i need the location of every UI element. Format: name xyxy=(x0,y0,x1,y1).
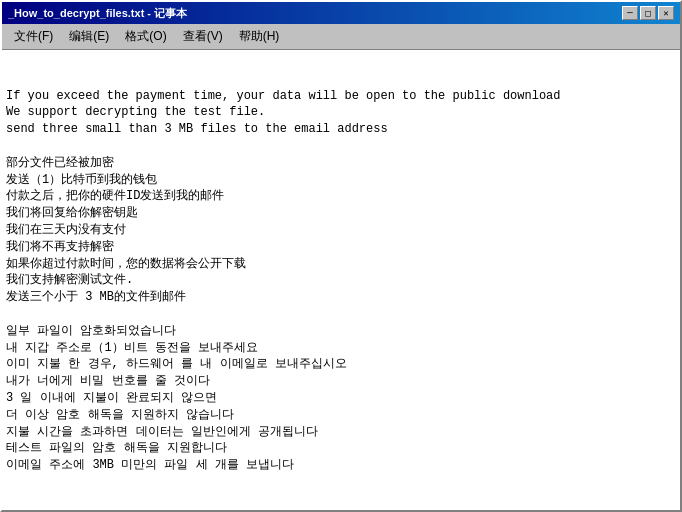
menu-format[interactable]: 格式(O) xyxy=(117,26,174,47)
minimize-button[interactable]: ─ xyxy=(622,6,638,20)
menu-help[interactable]: 帮助(H) xyxy=(231,26,288,47)
menu-file[interactable]: 文件(F) xyxy=(6,26,61,47)
text-content-area[interactable]: If you exceed the payment time, your dat… xyxy=(2,50,680,510)
menu-bar: 文件(F) 编辑(E) 格式(O) 查看(V) 帮助(H) xyxy=(2,24,680,50)
maximize-button[interactable]: □ xyxy=(640,6,656,20)
menu-edit[interactable]: 编辑(E) xyxy=(61,26,117,47)
menu-view[interactable]: 查看(V) xyxy=(175,26,231,47)
title-bar: _How_to_decrypt_files.txt - 记事本 ─ □ ✕ xyxy=(2,2,680,24)
document-text: If you exceed the payment time, your dat… xyxy=(6,88,676,510)
window-title: _How_to_decrypt_files.txt - 记事本 xyxy=(8,6,187,21)
title-bar-buttons: ─ □ ✕ xyxy=(622,6,674,20)
notepad-window: _How_to_decrypt_files.txt - 记事本 ─ □ ✕ 文件… xyxy=(0,0,682,512)
close-button[interactable]: ✕ xyxy=(658,6,674,20)
